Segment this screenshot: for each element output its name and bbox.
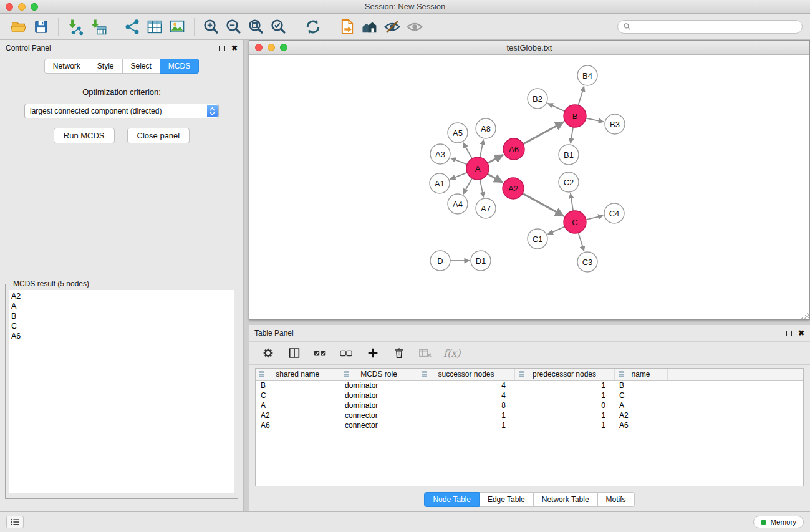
neighbors-button[interactable] xyxy=(359,16,381,37)
table-tab-motifs[interactable]: Motifs xyxy=(598,492,635,507)
graph-node-B3[interactable]: B3 xyxy=(605,114,625,134)
close-network-window-button[interactable] xyxy=(255,44,263,51)
select-all-button[interactable] xyxy=(312,345,329,361)
graph-edge[interactable] xyxy=(578,86,584,105)
graph-node-A8[interactable]: A8 xyxy=(476,118,496,138)
graph-edge[interactable] xyxy=(571,193,573,211)
table-tab-network-table[interactable]: Network Table xyxy=(534,492,598,507)
graph-node-B2[interactable]: B2 xyxy=(528,89,547,109)
graph-node-A5[interactable]: A5 xyxy=(448,123,468,143)
graph-node-C2[interactable]: C2 xyxy=(559,172,579,192)
criterion-dropdown[interactable]: largest connected component (directed) xyxy=(24,104,219,118)
graph-node-A1[interactable]: A1 xyxy=(430,173,450,193)
column-header-mcds-role[interactable]: MCDS role xyxy=(340,369,418,380)
table-row[interactable]: A6connector11A6 xyxy=(256,420,803,430)
tab-style[interactable]: Style xyxy=(89,59,123,74)
graph-node-C3[interactable]: C3 xyxy=(577,252,597,272)
open-document-button[interactable] xyxy=(336,16,359,37)
show-details-button[interactable] xyxy=(403,16,426,37)
minimize-network-window-button[interactable] xyxy=(268,44,275,51)
result-item[interactable]: A xyxy=(11,301,232,311)
graph-edge[interactable] xyxy=(463,178,472,195)
result-item[interactable]: A2 xyxy=(11,291,232,301)
open-session-button[interactable] xyxy=(7,16,30,37)
show-columns-button[interactable] xyxy=(286,345,302,361)
graph-node-A2[interactable]: A2 xyxy=(503,178,524,199)
graph-node-A4[interactable]: A4 xyxy=(448,194,468,214)
table-row[interactable]: Cdominator41C xyxy=(256,390,803,400)
graph-edge[interactable] xyxy=(480,140,484,158)
column-header-shared-name[interactable]: shared name xyxy=(256,369,340,380)
column-header-name[interactable]: name xyxy=(614,369,667,380)
search-input[interactable] xyxy=(634,22,797,31)
deselect-all-button[interactable] xyxy=(339,345,355,361)
zoom-window-button[interactable] xyxy=(31,3,38,11)
function-builder-button[interactable]: f(x) xyxy=(443,347,460,359)
table-row[interactable]: A2connector11A2 xyxy=(256,410,803,420)
table-settings-button[interactable] xyxy=(260,345,276,361)
graph-node-A[interactable]: A xyxy=(466,157,489,180)
network-canvas[interactable]: B4B2BB3A5A8A6B1A3AA1A2C2A4A7C4CC1C3DD1 xyxy=(249,55,809,319)
graph-edge[interactable] xyxy=(523,193,564,216)
graph-edge[interactable] xyxy=(463,143,472,159)
new-network-button[interactable] xyxy=(121,16,143,37)
graph-edge[interactable] xyxy=(586,118,604,122)
table-tab-node-table[interactable]: Node Table xyxy=(424,492,480,507)
add-column-button[interactable] xyxy=(365,345,381,361)
delete-table-button[interactable] xyxy=(417,345,433,361)
resize-grip[interactable] xyxy=(801,311,809,319)
result-item[interactable]: B xyxy=(11,311,232,321)
graph-edge[interactable] xyxy=(480,180,484,198)
table-tab-edge-table[interactable]: Edge Table xyxy=(480,492,534,507)
import-network-button[interactable] xyxy=(64,16,87,37)
zoom-fit-button[interactable] xyxy=(245,16,268,37)
tab-select[interactable]: Select xyxy=(123,59,160,74)
zoom-selected-button[interactable] xyxy=(268,16,290,37)
result-item[interactable]: C xyxy=(11,321,232,331)
column-header-successor-nodes[interactable]: successor nodes xyxy=(418,369,514,380)
graph-node-A3[interactable]: A3 xyxy=(430,144,450,164)
table-row[interactable]: Adominator80A xyxy=(256,400,803,410)
float-table-panel-icon[interactable] xyxy=(786,331,792,336)
graph-node-A6[interactable]: A6 xyxy=(503,138,524,160)
close-panel-button[interactable]: Close panel xyxy=(127,128,190,143)
save-session-button[interactable] xyxy=(30,16,52,37)
network-graph[interactable]: B4B2BB3A5A8A6B1A3AA1A2C2A4A7C4CC1C3DD1 xyxy=(249,55,809,319)
graph-node-D[interactable]: D xyxy=(430,251,450,271)
result-item[interactable]: A6 xyxy=(11,331,232,341)
graph-edge[interactable] xyxy=(488,174,503,183)
graph-node-C4[interactable]: C4 xyxy=(604,203,624,223)
tab-mcds[interactable]: MCDS xyxy=(160,59,199,74)
graph-node-D1[interactable]: D1 xyxy=(471,251,491,271)
run-mcds-button[interactable]: Run MCDS xyxy=(54,128,115,143)
graph-node-B4[interactable]: B4 xyxy=(577,65,597,85)
float-panel-icon[interactable] xyxy=(219,46,225,51)
new-table-button[interactable] xyxy=(143,16,166,37)
column-header-predecessor-nodes[interactable]: predecessor nodes xyxy=(514,369,614,380)
zoom-in-button[interactable] xyxy=(200,16,223,37)
graph-edge[interactable] xyxy=(523,122,564,144)
show-panels-button[interactable] xyxy=(6,516,24,528)
close-table-panel-icon[interactable]: ✖ xyxy=(798,329,804,337)
memory-button[interactable]: Memory xyxy=(753,516,804,528)
graph-edge[interactable] xyxy=(571,127,573,143)
hide-details-button[interactable] xyxy=(381,16,403,37)
apply-layout-button[interactable] xyxy=(302,16,324,37)
mcds-result-list[interactable]: A2ABCA6 xyxy=(9,290,234,493)
graph-node-B1[interactable]: B1 xyxy=(559,145,579,165)
graph-node-C[interactable]: C xyxy=(564,211,586,233)
minimize-window-button[interactable] xyxy=(18,3,26,11)
graph-node-A7[interactable]: A7 xyxy=(476,198,496,218)
export-image-button[interactable] xyxy=(166,16,188,37)
graph-edge[interactable] xyxy=(547,104,564,112)
zoom-network-window-button[interactable] xyxy=(280,44,287,51)
close-window-button[interactable] xyxy=(6,3,13,11)
toolbar-search[interactable] xyxy=(617,20,803,34)
graph-edge[interactable] xyxy=(586,216,604,220)
graph-edge[interactable] xyxy=(578,233,584,251)
table-row[interactable]: Bdominator41B xyxy=(256,380,803,390)
graph-edge[interactable] xyxy=(547,226,564,234)
graph-edge[interactable] xyxy=(488,155,503,163)
graph-node-C1[interactable]: C1 xyxy=(528,229,547,249)
tab-network[interactable]: Network xyxy=(44,59,89,74)
